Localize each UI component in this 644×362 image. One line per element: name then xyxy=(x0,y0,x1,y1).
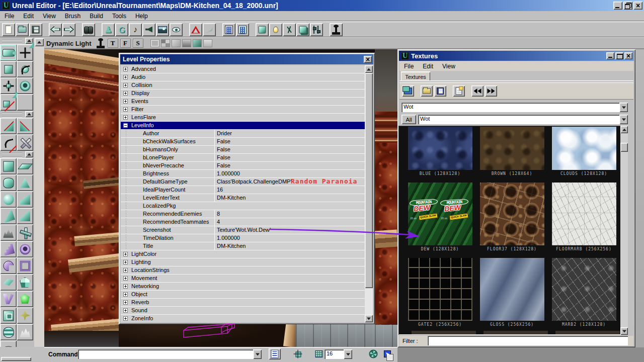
property-value[interactable]: 4 xyxy=(214,218,365,226)
property-row[interactable]: RecommendedTeammates 4 xyxy=(121,218,365,226)
scroll-thumb[interactable] xyxy=(365,73,373,288)
filter-input[interactable] xyxy=(428,336,628,345)
all-button[interactable]: All xyxy=(401,115,416,124)
texture-thumbnail[interactable] xyxy=(552,183,616,245)
texture-thumbnail[interactable] xyxy=(408,258,472,321)
texture-tile[interactable]: BLUE (128X128) xyxy=(404,127,476,176)
forward-button[interactable] xyxy=(62,23,75,36)
scroll-up-button[interactable] xyxy=(620,126,628,133)
collapse-icon[interactable] xyxy=(123,123,128,128)
expand-icon[interactable] xyxy=(123,99,128,104)
property-row[interactable]: Screenshot Texture'Wot.Wot.Dew' xyxy=(121,226,365,234)
tarp-brush-button[interactable] xyxy=(17,307,33,324)
texture-tile[interactable]: MARB2 (128X128) xyxy=(548,258,620,327)
cone-brush-button[interactable] xyxy=(17,174,33,191)
texture-thumbnail[interactable] xyxy=(480,183,544,245)
pie-brush-button[interactable] xyxy=(0,257,17,274)
toolbox-scrollbar[interactable] xyxy=(34,37,44,362)
texture-thumbnail[interactable]: MOUNTAINDEWQUICK SLAM20 oz.MOUNTAINDEWQU… xyxy=(408,183,472,245)
translate-brush-button[interactable] xyxy=(0,77,17,94)
purple-stairs-brush-button[interactable] xyxy=(0,241,17,257)
property-row[interactable]: TimeDilation 1.000000 xyxy=(121,234,365,242)
menu-item[interactable]: Tools xyxy=(108,12,131,21)
delete-vertex-button[interactable] xyxy=(17,134,33,151)
previous-group-button[interactable] xyxy=(471,85,484,97)
dialog-close-button[interactable] xyxy=(364,56,372,63)
curved-stairs-brush-button[interactable] xyxy=(17,191,33,208)
property-row[interactable]: Title DM-Kitchen xyxy=(121,242,365,250)
dock-browser-button[interactable] xyxy=(402,85,414,97)
rebuild-lighting-button[interactable] xyxy=(269,23,282,36)
property-value[interactable]: DM-Kitchen xyxy=(214,242,365,250)
dropdown-button[interactable] xyxy=(253,349,262,359)
texture-thumbnail[interactable] xyxy=(552,258,616,321)
cube-brush-button[interactable] xyxy=(0,158,17,174)
group-browser-button[interactable]: G xyxy=(115,23,128,36)
texture-thumbnail[interactable] xyxy=(480,127,544,170)
bsp-view-button[interactable] xyxy=(172,39,181,47)
brush-rotate-arrow-button[interactable] xyxy=(0,134,17,151)
property-row[interactable]: Brightness 1.000000 xyxy=(121,170,365,178)
close-button[interactable] xyxy=(624,52,632,59)
texture-tile[interactable]: MOUNTAINDEWQUICK SLAM20 oz.MOUNTAINDEWQU… xyxy=(404,183,476,251)
property-value[interactable]: 1.000000 xyxy=(214,170,365,177)
viewport-play-button[interactable] xyxy=(96,38,106,48)
property-value[interactable]: False xyxy=(214,146,365,153)
collapse-section-button[interactable] xyxy=(25,111,33,117)
property-category-row[interactable]: LightColor xyxy=(121,250,365,258)
menu-item[interactable]: View xyxy=(438,62,460,71)
texture-tile[interactable]: FLOORMARB (256X256) xyxy=(548,183,620,251)
property-category-row[interactable]: Display xyxy=(121,89,365,98)
terrain-brush-button[interactable] xyxy=(0,224,17,241)
texture-tile[interactable]: GATE2 (256X256) xyxy=(404,258,476,327)
toggle-f-button[interactable]: F xyxy=(120,39,131,48)
level-properties-titlebar[interactable]: Level Properties xyxy=(120,54,373,64)
property-value[interactable]: 1.000000 xyxy=(214,234,365,242)
property-value[interactable]: False xyxy=(214,162,365,169)
tessellated-sheet-brush-button[interactable] xyxy=(17,274,33,291)
expand-icon[interactable] xyxy=(123,284,128,289)
class-browser-button[interactable] xyxy=(236,23,249,36)
intersect-sheets-brush-button[interactable] xyxy=(17,224,33,241)
property-row[interactable]: bNeverPrecache False xyxy=(121,162,365,170)
texture-thumbnail[interactable] xyxy=(552,127,616,170)
menu-item[interactable]: Brush xyxy=(60,12,85,21)
collapse-section-button[interactable] xyxy=(25,151,33,157)
main-titlebar[interactable]: U Unreal Editor - [E:\Editor\UnrealTourn… xyxy=(0,0,644,11)
save-package-button[interactable] xyxy=(434,85,446,97)
property-value[interactable]: 16 xyxy=(214,186,365,194)
property-value[interactable]: Texture'Wot.Wot.Dew' xyxy=(214,226,365,234)
nested-cube-brush-button[interactable] xyxy=(0,307,17,324)
rotation-grid-button[interactable] xyxy=(367,348,379,359)
group-dropdown[interactable]: Wot xyxy=(418,115,628,124)
shape-editor-button[interactable] xyxy=(189,23,202,36)
selected-category-row[interactable]: LevelInfo xyxy=(121,122,365,130)
menu-item[interactable]: Build xyxy=(85,12,108,21)
grid-size-combo[interactable]: 16 xyxy=(325,349,352,359)
lit-view-button[interactable] xyxy=(182,39,191,47)
property-row[interactable]: IdealPlayerCount 16 xyxy=(121,186,365,194)
expand-icon[interactable] xyxy=(123,252,128,256)
textures-titlebar[interactable]: U Textures xyxy=(399,51,634,61)
dropdown-button[interactable] xyxy=(619,115,628,124)
camera-movement-button[interactable] xyxy=(0,44,17,61)
expand-icon[interactable] xyxy=(123,75,128,79)
snap-vertex-button[interactable] xyxy=(0,94,17,111)
spiral-stairs-brush-button[interactable] xyxy=(0,208,17,224)
property-value[interactable]: DM-Kitchen xyxy=(214,194,365,202)
texture-thumbnail[interactable] xyxy=(480,258,544,321)
rebuild-all-button[interactable] xyxy=(296,23,309,36)
property-row[interactable]: LocalizedPkg xyxy=(121,202,365,210)
rotate-actor-button[interactable] xyxy=(17,77,33,94)
property-category-row[interactable]: Reverb xyxy=(121,299,365,307)
package-dropdown[interactable]: Wot xyxy=(401,103,628,112)
bent-sheet-brush-button[interactable] xyxy=(0,274,17,291)
open-file-button[interactable] xyxy=(16,23,29,36)
texture-browser-button[interactable] xyxy=(156,23,169,36)
stairs-brush-button[interactable] xyxy=(17,208,33,224)
wireframe-view-button[interactable] xyxy=(150,39,159,47)
property-category-row[interactable]: ZoneInfo xyxy=(121,315,365,322)
cylinder-brush-button[interactable] xyxy=(0,174,17,191)
dodecahedron-brush-button[interactable] xyxy=(17,291,33,307)
restore-button[interactable] xyxy=(623,2,632,10)
